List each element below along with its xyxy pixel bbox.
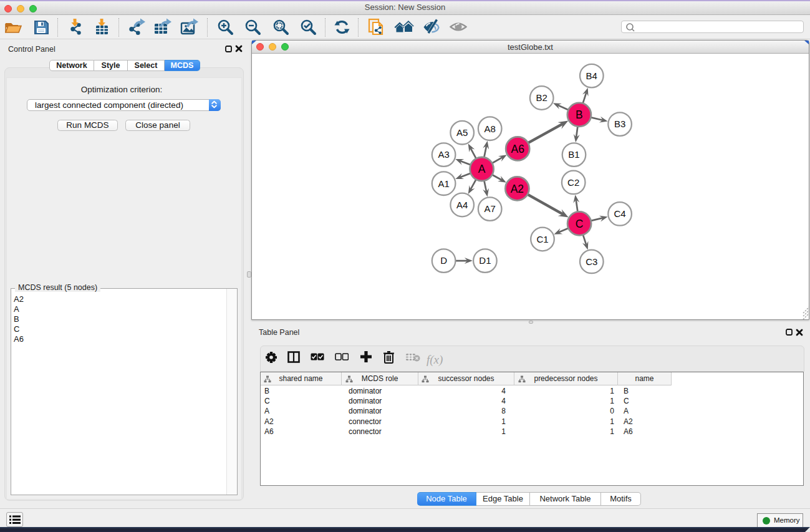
svg-text:C: C [576,218,584,230]
svg-text:A5: A5 [456,127,468,138]
svg-text:A: A [478,163,486,175]
svg-text:A6: A6 [511,143,524,155]
svg-text:A2: A2 [511,183,524,195]
svg-text:B4: B4 [586,70,597,81]
svg-text:A3: A3 [438,149,449,160]
svg-text:A1: A1 [438,178,449,189]
svg-text:A7: A7 [485,203,496,214]
svg-text:B3: B3 [614,118,625,129]
svg-text:A4: A4 [456,200,468,210]
svg-text:A8: A8 [485,123,496,134]
svg-text:C3: C3 [586,256,597,267]
svg-text:B1: B1 [568,149,579,160]
svg-text:C2: C2 [567,177,579,188]
svg-text:B: B [576,109,583,121]
svg-text:B2: B2 [536,92,547,103]
svg-text:C1: C1 [536,234,548,244]
svg-text:D1: D1 [479,255,491,266]
svg-text:D: D [440,255,447,266]
svg-text:C4: C4 [614,208,626,219]
